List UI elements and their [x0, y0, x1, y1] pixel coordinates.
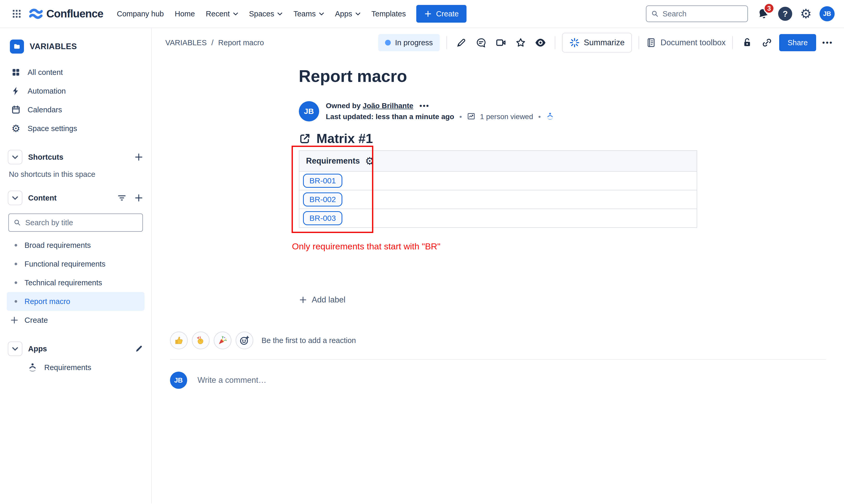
byline: JB Owned by João Brilhante ••• Last upda… [299, 101, 697, 122]
nav-item-home[interactable]: Home [170, 5, 200, 22]
app-switcher-icon[interactable] [10, 6, 24, 21]
chevron-down-icon [355, 12, 361, 16]
thumbs-up-reaction-button[interactable] [170, 331, 188, 349]
page-item-broad-requirements[interactable]: Broad requirements [7, 236, 144, 255]
views-count[interactable]: 1 person viewed [480, 113, 533, 121]
table-header-row: Requirements ⚙ [299, 150, 697, 172]
commenter-avatar: JB [170, 372, 187, 389]
app-item-requirements[interactable]: Requirements [23, 358, 144, 377]
page-item-technical-requirements[interactable]: Technical requirements [7, 273, 144, 292]
section-title: Matrix #1 [316, 131, 373, 146]
party-reaction-button[interactable] [214, 331, 231, 349]
page-header-bar: VARIABLES / Report macro In progress [152, 28, 844, 57]
comment-input[interactable]: Write a comment… [197, 376, 826, 385]
external-link-icon[interactable] [299, 133, 311, 145]
edit-pencil-icon[interactable] [135, 344, 143, 353]
summarize-button[interactable]: Summarize [562, 33, 632, 53]
nav-item-apps[interactable]: Apps [330, 5, 365, 22]
apps-section: Apps Requirements [7, 339, 144, 377]
confluence-logo[interactable]: Confluence [29, 7, 103, 20]
sidebar-title-search[interactable] [8, 214, 143, 232]
chevron-down-icon [319, 12, 324, 16]
party-popper-icon [218, 336, 227, 345]
search-input[interactable] [662, 10, 743, 18]
shortcuts-collapse-button[interactable] [8, 150, 22, 164]
sidebar-item-automation[interactable]: Automation [7, 82, 144, 101]
requirements-table: Requirements ⚙ BR-001 BR-002 BR-003 [299, 150, 697, 228]
plus-icon [10, 316, 19, 325]
status-dot-icon [385, 40, 391, 46]
page-actions: In progress [378, 33, 834, 53]
sidebar-item-space-settings[interactable]: ⚙ Space settings [7, 119, 144, 138]
owner-link[interactable]: João Brilhante [363, 102, 413, 110]
more-actions-button[interactable]: ••• [821, 38, 834, 47]
notifications-button[interactable]: 3 [756, 6, 770, 21]
divider [555, 36, 555, 49]
create-button[interactable]: Create [416, 5, 466, 23]
sidebar-item-all-content[interactable]: All content [7, 63, 144, 82]
comments-button[interactable] [473, 35, 489, 50]
requirement-chip[interactable]: BR-002 [303, 193, 343, 206]
watch-button[interactable] [533, 35, 548, 50]
shortcuts-empty-text: No shortcuts in this space [7, 166, 144, 179]
apps-collapse-button[interactable] [8, 341, 22, 356]
add-shortcut-icon[interactable] [134, 152, 143, 162]
restrictions-button[interactable] [740, 35, 755, 50]
requirement-chip[interactable]: BR-001 [303, 174, 343, 188]
document-icon [646, 37, 656, 48]
video-button[interactable] [493, 35, 509, 50]
eye-icon [535, 37, 546, 48]
global-search[interactable] [646, 5, 748, 22]
user-avatar[interactable]: JB [820, 6, 834, 21]
help-button[interactable]: ? [778, 7, 792, 21]
space-name: VARIABLES [30, 42, 77, 51]
chevron-down-icon [277, 12, 282, 16]
top-navigation-bar: Confluence Company hub Home Recent Space… [0, 0, 844, 28]
breadcrumb-page-link[interactable]: Report macro [218, 38, 264, 47]
sidebar-item-calendars[interactable]: Calendars [7, 101, 144, 119]
bullet-icon [15, 244, 17, 247]
title-search-input[interactable] [25, 218, 138, 227]
requirements-app-icon[interactable] [546, 112, 554, 121]
page-item-functional-requirements[interactable]: Functional requirements [7, 255, 144, 273]
reaction-prompt: Be the first to add a reaction [262, 336, 356, 345]
owner-more-button[interactable]: ••• [419, 102, 429, 110]
filter-icon[interactable] [117, 193, 127, 203]
copy-link-button[interactable] [759, 35, 775, 50]
unlock-icon [742, 37, 752, 48]
chevron-down-icon [12, 196, 18, 200]
content-title: Content [28, 194, 117, 202]
page-item-report-macro[interactable]: Report macro [7, 292, 144, 311]
sidebar-create-button[interactable]: Create [7, 311, 144, 329]
space-header[interactable]: VARIABLES [7, 37, 144, 56]
thumbs-up-icon [174, 336, 184, 345]
requirement-chip[interactable]: BR-003 [303, 211, 343, 225]
status-badge[interactable]: In progress [378, 34, 440, 51]
product-wordmark: Confluence [46, 7, 103, 20]
meta-line: Last updated: less than a minute ago • 1… [326, 111, 554, 122]
shortcuts-title: Shortcuts [28, 153, 134, 162]
settings-gear-icon[interactable]: ⚙ [800, 7, 812, 20]
nav-item-spaces[interactable]: Spaces [244, 5, 288, 22]
content-collapse-button[interactable] [8, 191, 22, 205]
nav-item-recent[interactable]: Recent [201, 5, 243, 22]
edit-page-button[interactable] [454, 35, 469, 50]
table-row: BR-002 [299, 190, 697, 209]
analytics-icon[interactable] [467, 112, 476, 121]
add-label-button[interactable]: Add label [299, 295, 345, 305]
add-content-icon[interactable] [134, 193, 143, 203]
nav-item-templates[interactable]: Templates [367, 5, 411, 22]
nav-item-company-hub[interactable]: Company hub [112, 5, 169, 22]
table-settings-gear-icon[interactable]: ⚙ [365, 156, 374, 166]
star-button[interactable] [513, 35, 528, 50]
nav-item-teams[interactable]: Teams [289, 5, 329, 22]
add-reaction-button[interactable] [236, 331, 253, 349]
notification-badge: 3 [763, 3, 775, 14]
breadcrumb-space-link[interactable]: VARIABLES [165, 38, 207, 47]
content-section: Content Broad requirements Functional re… [7, 188, 144, 329]
share-button[interactable]: Share [779, 34, 816, 51]
comment-editor-row: JB Write a comment… [170, 372, 826, 389]
clap-reaction-button[interactable] [192, 331, 210, 349]
document-toolbox-button[interactable]: Document toolbox [646, 37, 726, 48]
bullet-icon [15, 263, 17, 265]
